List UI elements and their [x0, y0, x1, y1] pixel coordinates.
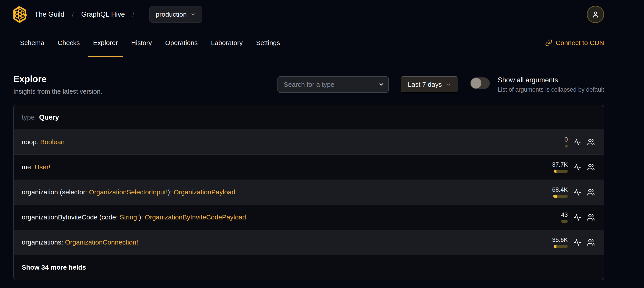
field-name: organizations: [22, 238, 65, 246]
breadcrumb-project[interactable]: GraphQL Hive [81, 11, 125, 19]
field-stats: 35.6K [538, 237, 595, 248]
users-icon[interactable] [587, 213, 595, 221]
breadcrumb-separator: / [72, 11, 74, 18]
user-avatar[interactable] [587, 6, 604, 23]
usage-bar [561, 220, 568, 223]
usage-stat: 37.7K [538, 162, 568, 173]
usage-count: 68.4K [552, 187, 568, 193]
field-signature: organization (selector: OrganizationSele… [22, 188, 235, 196]
field-signature: organizations: OrganizationConnection! [22, 238, 138, 246]
usage-bar [553, 195, 568, 198]
usage-stat: 43 [538, 212, 568, 223]
usage-stat: 35.6K [538, 237, 568, 248]
field-punctuation: ): [139, 213, 145, 221]
breadcrumb-separator: / [132, 11, 134, 18]
field-stats: 37.7K [538, 162, 595, 173]
activity-icon[interactable] [574, 138, 581, 146]
tab-explorer[interactable]: Explorer [86, 29, 124, 57]
field-arg-type-link[interactable]: String! [120, 213, 139, 221]
type-search-box[interactable] [278, 76, 389, 93]
field-name: noop: [22, 138, 40, 146]
field-row-organizationByInviteCode: organizationByInviteCode (code: String!)… [14, 205, 604, 230]
usage-count: 37.7K [552, 162, 568, 168]
users-icon[interactable] [587, 163, 595, 171]
field-row-me: me: User! 37.7K [14, 155, 604, 180]
chevron-down-icon [190, 12, 196, 17]
activity-icon[interactable] [574, 163, 581, 171]
tab-settings[interactable]: Settings [249, 29, 286, 57]
usage-bar [565, 145, 568, 148]
toggle-labels: Show all arguments List of arguments is … [498, 76, 604, 93]
guild-hive-logo-icon[interactable] [12, 6, 27, 23]
app-header: The Guild / GraphQL Hive / production [0, 0, 644, 29]
field-name: me: [22, 163, 34, 171]
field-stats: 0 [538, 137, 595, 148]
show-arguments-control: Show all arguments List of arguments is … [470, 76, 604, 93]
page-title: Explore [13, 74, 102, 84]
field-row-noop: noop: Boolean 0 [14, 130, 604, 155]
type-search-input[interactable] [278, 77, 373, 92]
period-dropdown[interactable]: Last 7 days [401, 76, 458, 93]
breadcrumb-org[interactable]: The Guild [34, 11, 64, 19]
tab-bar: Schema Checks Explorer History Operation… [0, 29, 644, 57]
usage-stat: 68.4K [538, 187, 568, 198]
users-icon[interactable] [587, 238, 595, 246]
hero-titles: Explore Insights from the latest version… [13, 74, 102, 95]
page-subtitle: Insights from the latest version. [13, 88, 102, 95]
target-selector-dropdown[interactable]: production [149, 6, 202, 23]
usage-count: 43 [561, 212, 568, 218]
target-selector-value: production [156, 11, 187, 18]
field-name: organization (selector: [22, 188, 89, 196]
field-signature: me: User! [22, 163, 50, 171]
toggle-subtitle: List of arguments is collapsed by defaul… [498, 86, 604, 93]
field-signature: organizationByInviteCode (code: String!)… [22, 213, 246, 221]
show-more-fields-button[interactable]: Show 34 more fields [14, 255, 604, 280]
field-stats: 68.4K [538, 187, 595, 198]
type-query-card: type Query noop: Boolean 0 me: User! 37.… [13, 105, 604, 280]
field-type-link[interactable]: Boolean [40, 138, 64, 146]
explore-hero: Explore Insights from the latest version… [0, 57, 644, 102]
field-type-link[interactable]: OrganizationConnection! [65, 238, 138, 246]
usage-stat: 0 [538, 137, 568, 148]
tab-schema[interactable]: Schema [13, 29, 51, 57]
field-stats: 43 [538, 212, 595, 223]
tab-laboratory[interactable]: Laboratory [204, 29, 249, 57]
users-icon[interactable] [587, 138, 595, 146]
type-card-header: type Query [14, 105, 604, 130]
field-punctuation: ): [168, 188, 174, 196]
activity-icon[interactable] [574, 238, 581, 246]
tab-history[interactable]: History [124, 29, 158, 57]
activity-icon[interactable] [574, 213, 581, 221]
explore-controls: Last 7 days Show all arguments List of a… [278, 76, 604, 93]
activity-icon[interactable] [574, 188, 581, 196]
show-all-arguments-toggle[interactable] [470, 77, 490, 89]
type-keyword: type [22, 113, 35, 121]
field-arg-type-link[interactable]: OrganizationSelectorInput! [89, 188, 168, 196]
tab-checks[interactable]: Checks [51, 29, 86, 57]
type-name: Query [39, 113, 59, 121]
toggle-title: Show all arguments [498, 76, 604, 84]
field-type-link[interactable]: User! [34, 163, 50, 171]
field-row-organizations: organizations: OrganizationConnection! 3… [14, 230, 604, 255]
user-icon [592, 11, 599, 18]
chevron-down-icon [378, 82, 384, 87]
usage-bar [554, 245, 568, 248]
field-type-link[interactable]: OrganizationByInviteCodePayload [145, 213, 246, 221]
link-icon [545, 39, 552, 46]
field-name: organizationByInviteCode (code: [22, 213, 120, 221]
usage-bar [554, 170, 568, 173]
search-dropdown-button[interactable] [373, 77, 389, 92]
connect-to-cdn-link[interactable]: Connect to CDN [545, 39, 604, 47]
tab-operations[interactable]: Operations [158, 29, 204, 57]
usage-count: 35.6K [552, 237, 568, 243]
period-dropdown-value: Last 7 days [408, 81, 442, 88]
users-icon[interactable] [587, 188, 595, 196]
toggle-knob [471, 78, 481, 89]
usage-count: 0 [564, 137, 568, 143]
field-signature: noop: Boolean [22, 138, 65, 146]
chevron-down-icon [446, 82, 451, 87]
field-type-link[interactable]: OrganizationPayload [174, 188, 235, 196]
field-row-organization: organization (selector: OrganizationSele… [14, 180, 604, 205]
connect-to-cdn-label: Connect to CDN [556, 39, 604, 47]
